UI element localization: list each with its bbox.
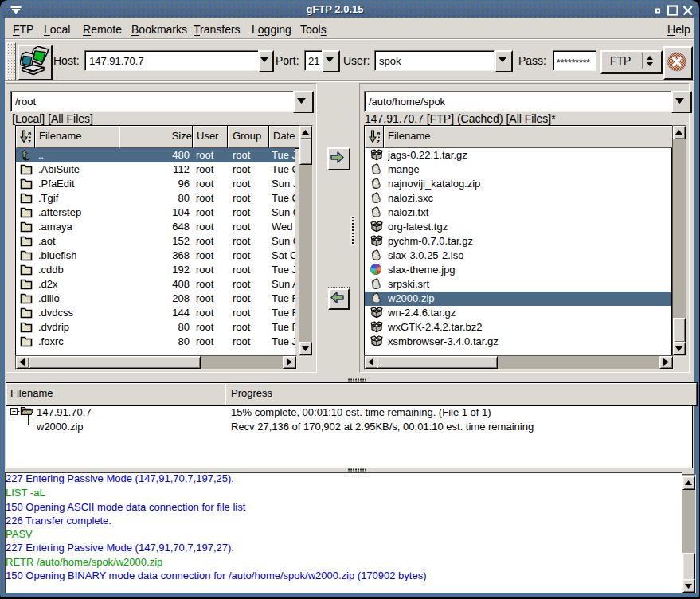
svg-text:z: z xyxy=(28,138,31,143)
svg-text:a: a xyxy=(28,130,32,137)
svg-text:z: z xyxy=(377,138,380,143)
svg-text:a: a xyxy=(377,130,381,137)
